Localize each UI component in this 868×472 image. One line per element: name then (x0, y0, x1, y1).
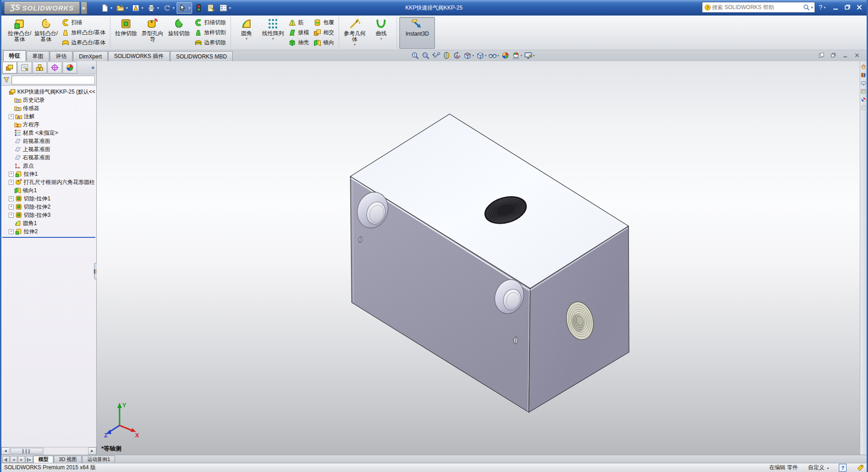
hide-show-items-button[interactable]: ▾ (488, 51, 499, 60)
ribbon-button-instant3d[interactable]: Instant3D (399, 17, 435, 49)
tree-item[interactable]: 右视基准面 (2, 153, 96, 162)
panel-tab-displaymanager[interactable] (63, 62, 77, 73)
options-button[interactable]: ▾ (218, 3, 232, 13)
ribbon-button-sweep-cut[interactable]: 扫描切除 (193, 17, 227, 27)
tree-expander[interactable]: + (9, 180, 14, 185)
edit-appearance-button[interactable] (501, 51, 510, 60)
command-tab-SOLIDWORKS 插件[interactable]: SOLIDWORKS 插件 (108, 51, 170, 61)
taskpane-file-explorer-button[interactable] (861, 80, 866, 86)
doc-tab-运动算例1[interactable]: 运动算例1 (82, 456, 115, 463)
rotate-view-button[interactable]: A (453, 51, 461, 60)
command-tab-SOLIDWORKS MBD[interactable]: SOLIDWORKS MBD (170, 51, 233, 61)
ribbon-button-revolve-boss[interactable]: 旋转凸台/基体 (33, 17, 59, 49)
ribbon-button-sweep[interactable]: 扫描 (60, 17, 107, 27)
taskpane-appearances-button[interactable] (861, 97, 866, 102)
section-view-button[interactable] (442, 51, 451, 60)
select-button[interactable]: ▾ (177, 2, 192, 14)
tree-item[interactable]: +切除-拉伸3 (2, 211, 96, 219)
doc-tab-3D 视图[interactable]: 3D 视图 (54, 456, 82, 463)
tree-expander[interactable]: + (9, 213, 14, 218)
open-button[interactable]: ▾ (115, 3, 129, 13)
apply-scene-button[interactable]: ▾ (512, 51, 523, 60)
tree-item[interactable]: 材质 <未指定> (2, 129, 96, 137)
tree-item[interactable]: 圆角1 (2, 219, 96, 227)
view-settings-button[interactable]: ▾ (524, 51, 535, 60)
tree-item[interactable]: +A注解 (2, 112, 96, 121)
ribbon-button-curves[interactable]: 曲线▾ (368, 17, 394, 49)
tree-item[interactable]: +切除-拉伸2 (2, 203, 96, 211)
ribbon-button-fillet[interactable]: 圆角▾ (233, 17, 260, 49)
filter-input[interactable] (11, 75, 95, 84)
model-3d-block[interactable] (97, 61, 860, 455)
panel-tabs-more[interactable]: » (91, 64, 94, 71)
doc-cascade-button[interactable] (818, 52, 825, 58)
panel-horizontal-scrollbar[interactable]: ◀ ▌▌▌ ▶ (1, 447, 96, 455)
rollback-bar[interactable] (2, 237, 95, 238)
view-orientation-button[interactable]: ▾ (463, 51, 474, 60)
window-minimize-button[interactable] (832, 4, 839, 11)
taskpane-view-palette-button[interactable] (861, 89, 866, 94)
command-tab-DimXpert[interactable]: DimXpert (73, 51, 108, 61)
zoom-fit-button[interactable] (411, 51, 419, 60)
tree-item[interactable]: 原点 (2, 162, 96, 170)
undo-button[interactable]: ▾ (161, 3, 176, 13)
tree-item[interactable]: 镜向1 (2, 186, 96, 194)
scroll-thumb[interactable]: ▌▌▌ (10, 448, 43, 454)
graphics-viewport[interactable]: Y X Z *等轴测 (97, 61, 860, 455)
doc-restore-button[interactable] (830, 52, 837, 58)
ribbon-button-revolve-cut[interactable]: 旋转切除 (166, 17, 192, 49)
panel-tab-propertymanager[interactable] (17, 62, 32, 73)
tree-root-item[interactable]: KKP快速排气阀KKP-25 (默认<< (2, 88, 96, 96)
display-style-button[interactable]: ▾ (476, 51, 487, 60)
tree-item[interactable]: 前视基准面 (2, 137, 96, 145)
ribbon-button-hole-wizard[interactable]: 异型孔向导 (139, 17, 166, 49)
command-tab-草图[interactable]: 草图 (26, 51, 49, 61)
ribbon-button-cut-extrude[interactable]: 拉伸切除 (113, 17, 139, 49)
doctab-nav-last[interactable]: ▌▶ (26, 456, 33, 463)
taskpane-resources-button[interactable] (861, 64, 866, 69)
rebuild-button[interactable] (193, 3, 204, 13)
menu-expand-arrow[interactable]: ▶ (81, 1, 87, 14)
doctab-nav-prev[interactable]: ◀ (10, 456, 17, 463)
window-close-button[interactable] (856, 4, 863, 11)
taskpane-custom-properties-button[interactable] (861, 105, 866, 110)
ribbon-button-boundary-cut[interactable]: 边界切除 (193, 37, 227, 47)
window-restore-button[interactable] (844, 4, 851, 11)
ribbon-button-shell[interactable]: 抽壳 (287, 37, 310, 47)
scroll-right-arrow[interactable]: ▶ (88, 447, 96, 455)
print-button[interactable]: ▾ (146, 3, 160, 13)
tree-expander[interactable]: + (9, 229, 14, 234)
ribbon-button-loft[interactable]: 放样凸台/基体 (60, 27, 107, 37)
doc-minimize-button[interactable] (842, 52, 848, 58)
ribbon-button-loft-cut[interactable]: 放样切割 (193, 27, 227, 37)
ribbon-button-wrap[interactable]: 包覆 (312, 17, 335, 27)
units-selector[interactable]: 自定义 ▴ (808, 464, 829, 472)
tree-expander[interactable]: + (9, 114, 14, 119)
ribbon-button-mirror[interactable]: 镜向 (312, 37, 335, 47)
ribbon-button-refgeom[interactable]: 参考几何体▾ (341, 17, 368, 49)
tree-item[interactable]: +拉伸2 (2, 227, 96, 236)
panel-tab-configurationmanager[interactable] (32, 62, 47, 73)
tree-item[interactable]: 历史记录 (2, 96, 96, 104)
doc-close-button[interactable] (854, 52, 860, 58)
make-drawing-button[interactable]: ▾ (130, 3, 145, 13)
ribbon-button-boundary[interactable]: 边界凸台/基体 (60, 37, 107, 47)
command-tab-评估[interactable]: 评估 (50, 51, 73, 61)
search-input[interactable] (711, 4, 803, 11)
quick-tips-icon[interactable]: ? (839, 464, 847, 472)
command-tab-特征[interactable]: 特征 (3, 50, 26, 61)
tree-item[interactable]: 上视基准面 (2, 145, 96, 153)
file-properties-button[interactable] (205, 3, 217, 13)
tree-expander[interactable]: + (9, 205, 14, 210)
doc-tab-模型[interactable]: 模型 (33, 456, 53, 463)
ribbon-button-draft[interactable]: 拔模 (287, 27, 310, 37)
help-search-box[interactable]: ? ▾ (702, 2, 815, 13)
ribbon-button-boss-extrude[interactable]: 拉伸凸台/基体 (6, 17, 33, 49)
search-dropdown-arrow[interactable]: ▾ (811, 5, 813, 10)
zoom-area-button[interactable] (421, 51, 430, 60)
search-icon[interactable] (803, 4, 810, 11)
scroll-left-arrow[interactable]: ◀ (1, 447, 10, 455)
filter-icon[interactable] (3, 76, 10, 84)
ribbon-button-intersect[interactable]: 相交 (312, 27, 335, 37)
help-menu[interactable]: ? ▾ (819, 4, 826, 11)
